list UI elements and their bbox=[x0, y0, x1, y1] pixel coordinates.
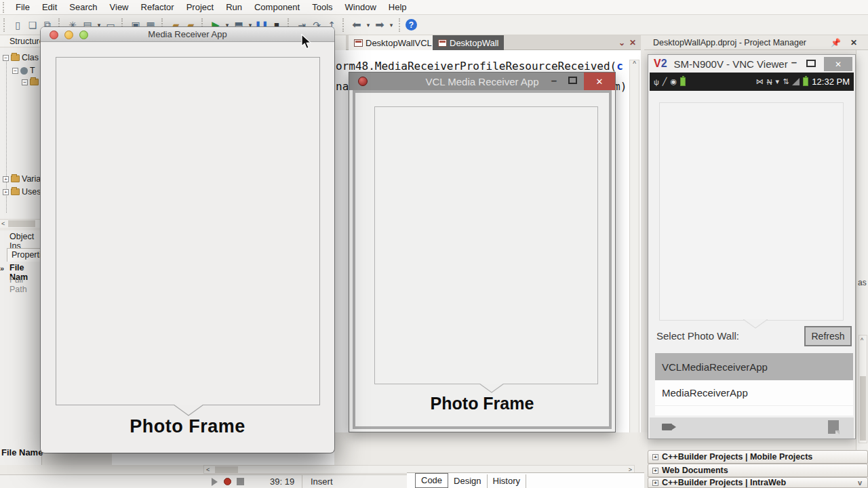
play-icon[interactable] bbox=[212, 478, 218, 486]
unit-icon bbox=[438, 39, 447, 47]
panel-mobile-projects[interactable]: + C++Builder Projects | Mobile Projects bbox=[648, 450, 868, 464]
scrollbar-thumb[interactable] bbox=[860, 376, 866, 441]
scroll-up-icon[interactable]: ^ bbox=[861, 337, 863, 344]
menu-tools[interactable]: Tools bbox=[306, 1, 338, 14]
minimize-icon[interactable]: – bbox=[791, 56, 797, 68]
frame-notch bbox=[174, 405, 203, 417]
tab-history[interactable]: History bbox=[488, 474, 526, 488]
menu-edit[interactable]: Edit bbox=[36, 1, 63, 14]
tree-item-type[interactable]: − T bbox=[12, 66, 35, 75]
tab-desktopwall[interactable]: DesktopWall bbox=[433, 35, 504, 50]
close-icon[interactable]: ✕ bbox=[850, 38, 857, 47]
tree-item-uses[interactable]: + Uses bbox=[3, 187, 41, 197]
new-item-icon[interactable]: ▯ bbox=[10, 18, 25, 33]
back-dropdown-icon[interactable]: ▾ bbox=[364, 18, 372, 33]
wifi-icon: ▾ bbox=[776, 77, 780, 86]
minimize-icon[interactable] bbox=[64, 30, 73, 39]
menu-help[interactable]: Help bbox=[382, 1, 413, 14]
scroll-left-icon[interactable]: < bbox=[1, 220, 5, 228]
signal-slash-icon: ╱ bbox=[663, 77, 667, 86]
vcl-media-receiver-window[interactable]: VCL Media Receiver App – ✕ Photo Frame bbox=[349, 72, 616, 432]
scroll-up-icon[interactable]: ^ bbox=[633, 60, 636, 68]
vnc-window-title: SM-N900V - VNC Viewer bbox=[674, 58, 788, 70]
menu-run[interactable]: Run bbox=[220, 1, 248, 14]
property-row-fullpath[interactable]: Full Path bbox=[9, 275, 41, 294]
menu-file[interactable]: File bbox=[9, 1, 36, 14]
folder-icon bbox=[30, 79, 39, 85]
tab-close-icon[interactable]: ✕ bbox=[629, 38, 636, 47]
tree-item-sub[interactable]: − bbox=[22, 79, 41, 85]
expand-icon[interactable]: + bbox=[652, 480, 658, 486]
back-icon[interactable]: ⬅ bbox=[349, 18, 364, 33]
expand-icon[interactable]: + bbox=[3, 189, 9, 195]
pin-icon[interactable]: 📌 bbox=[831, 38, 841, 47]
tree-label: Varia bbox=[22, 174, 41, 184]
vertical-scrollbar[interactable]: ^ bbox=[859, 335, 867, 443]
refresh-button[interactable]: Refresh bbox=[804, 326, 852, 346]
tree-item-variables[interactable]: + Varia bbox=[3, 174, 41, 184]
close-button[interactable]: ✕ bbox=[584, 73, 615, 90]
android-status-bar: ψ ╱ ◉ ⋈ N ▾ ⇅ 12:32 PM bbox=[650, 73, 854, 91]
list-item-vclmediareceiverapp[interactable]: VCLMediaReceiverApp bbox=[655, 353, 853, 380]
menu-search[interactable]: Search bbox=[63, 1, 103, 14]
chevron-down-icon[interactable]: v bbox=[858, 479, 862, 487]
panel-web-documents[interactable]: + Web Documents bbox=[648, 464, 868, 477]
tab-code[interactable]: Code bbox=[415, 473, 448, 488]
tab-dropdown-icon[interactable]: ⌄ bbox=[618, 38, 625, 47]
camera-icon[interactable] bbox=[662, 424, 672, 430]
close-icon[interactable] bbox=[50, 30, 58, 39]
expand-icon[interactable]: + bbox=[652, 454, 658, 460]
vcl-window-titlebar[interactable]: VCL Media Receiver App – ✕ bbox=[349, 73, 615, 90]
menu-view[interactable]: View bbox=[104, 1, 135, 14]
help-icon[interactable]: ? bbox=[406, 19, 417, 30]
vnc-viewer-window[interactable]: V2 SM-N900V - VNC Viewer – ✕ ψ ╱ ◉ ⋈ N ▾… bbox=[648, 54, 856, 439]
collapse-icon[interactable]: − bbox=[12, 68, 18, 74]
forward-icon[interactable]: ➡ bbox=[372, 18, 387, 33]
panel-label: C++Builder Projects | Mobile Projects bbox=[662, 452, 812, 462]
code-line: orm48.MediaReceiverProfileResourceReceiv… bbox=[336, 60, 623, 73]
vnc-titlebar[interactable]: V2 SM-N900V - VNC Viewer – ✕ bbox=[648, 55, 855, 73]
maximize-icon[interactable] bbox=[568, 77, 577, 84]
record-icon[interactable] bbox=[224, 478, 231, 485]
menu-window[interactable]: Window bbox=[339, 1, 382, 14]
tree-item-classes[interactable]: − Clas bbox=[3, 53, 39, 62]
project-manager-header[interactable]: DesktopWallApp.dproj - Project Manager 📌… bbox=[644, 35, 868, 50]
panel-intraweb[interactable]: + C++Builder Projects | IntraWeb v bbox=[648, 477, 868, 488]
folder-icon bbox=[11, 188, 20, 195]
mac-window-titlebar[interactable]: Media Receiver App bbox=[41, 27, 334, 42]
minimize-icon[interactable]: – bbox=[551, 75, 557, 86]
scroll-left-icon[interactable]: < bbox=[206, 466, 210, 474]
photo-frame-area bbox=[374, 106, 598, 384]
folder-icon bbox=[11, 176, 20, 182]
open-icon[interactable]: ❏ bbox=[25, 18, 40, 33]
phone-screen[interactable]: ψ ╱ ◉ ⋈ N ▾ ⇅ 12:32 PM Select Photo Wall… bbox=[650, 73, 854, 439]
battery-icon bbox=[680, 77, 686, 86]
expand-icon[interactable]: + bbox=[652, 468, 658, 474]
usb-icon: ψ bbox=[654, 78, 659, 86]
close-button[interactable]: ✕ bbox=[824, 57, 852, 71]
zoom-icon[interactable] bbox=[79, 30, 88, 39]
bluetooth-icon: ⋈ bbox=[756, 77, 764, 86]
maximize-icon[interactable] bbox=[806, 60, 816, 67]
photo-wall-preview-frame bbox=[659, 102, 844, 321]
menu-refactor[interactable]: Refactor bbox=[135, 1, 180, 14]
list-item-mediareceiverapp[interactable]: MediaReceiverApp bbox=[655, 380, 853, 406]
mouse-cursor bbox=[300, 34, 311, 50]
scrollbar-thumb[interactable] bbox=[8, 220, 35, 227]
structure-scrollbar[interactable]: < bbox=[0, 219, 42, 228]
collapse-icon[interactable]: − bbox=[3, 55, 9, 61]
expand-icon[interactable]: + bbox=[3, 176, 9, 182]
menu-project[interactable]: Project bbox=[180, 1, 220, 14]
collapse-icon[interactable]: − bbox=[22, 79, 28, 85]
tab-desktopwallvcl[interactable]: DesktopWallVCL bbox=[349, 35, 437, 50]
editor-vertical-scrollbar[interactable]: ^ bbox=[629, 60, 639, 460]
scrollbar-thumb[interactable] bbox=[215, 466, 238, 473]
gear-icon bbox=[20, 67, 28, 75]
forward-dropdown-icon[interactable]: ▾ bbox=[387, 18, 395, 33]
mac-media-receiver-window[interactable]: Media Receiver App Photo Frame bbox=[41, 27, 334, 453]
caret-position: 39: 19 bbox=[270, 476, 294, 487]
tab-design[interactable]: Design bbox=[448, 474, 487, 488]
document-icon[interactable] bbox=[828, 420, 839, 434]
menu-component[interactable]: Component bbox=[248, 1, 306, 14]
stop-icon[interactable] bbox=[237, 478, 244, 485]
